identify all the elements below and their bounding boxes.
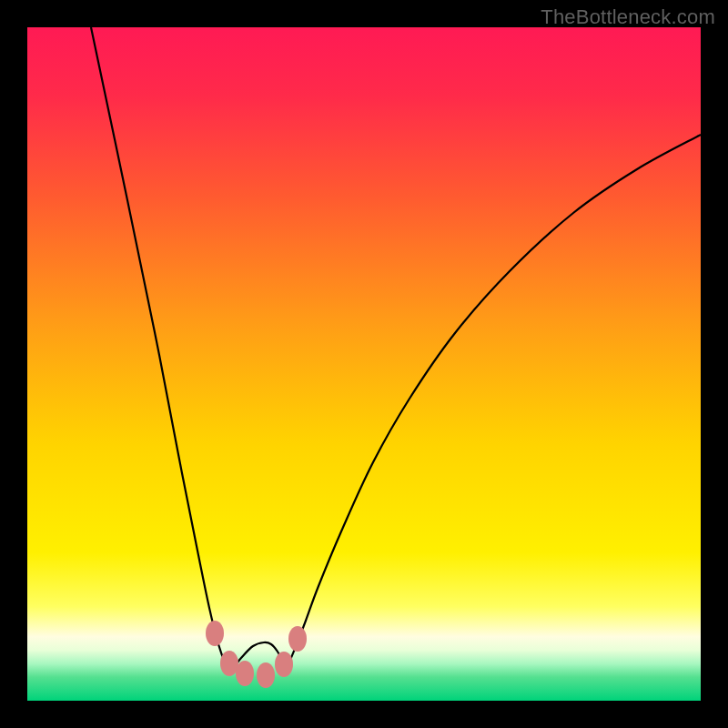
bottleneck-curve xyxy=(27,27,701,701)
curve-marker xyxy=(206,621,224,646)
curve-marker xyxy=(257,662,275,688)
curve-marker xyxy=(275,652,293,677)
attribution-text: TheBottleneck.com xyxy=(541,5,715,29)
curve-marker xyxy=(236,661,254,686)
curve-marker xyxy=(288,626,307,652)
curve-marker xyxy=(220,651,238,676)
chart-frame xyxy=(27,27,701,701)
